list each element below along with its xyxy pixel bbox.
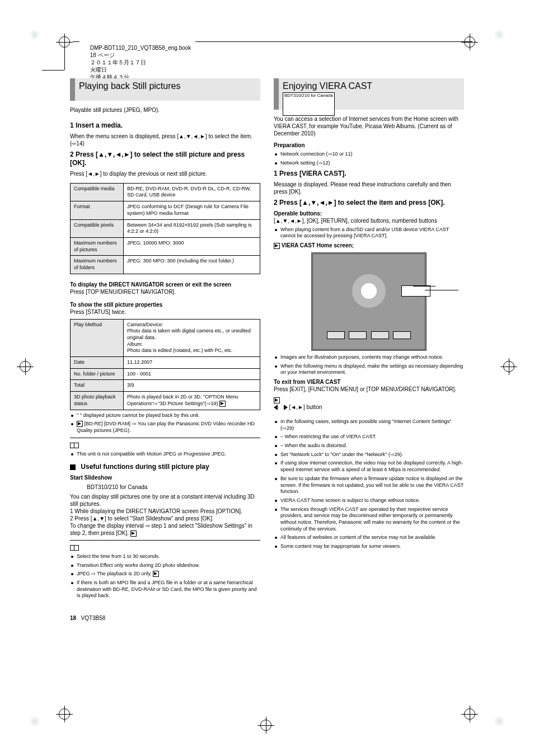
content-area: Playing back Still pictures Playable sti… [70, 78, 464, 611]
vqt-code: VQT3B58 [81, 615, 105, 621]
t2r5h: 3D photo playback status [71, 392, 124, 410]
note-icon [70, 443, 79, 448]
left-useful-s3a-text: To change the display interval ⇨ step 1 … [70, 523, 252, 536]
right-ops-note-0: When playing content from a disc/SD card… [274, 227, 464, 240]
divider [70, 540, 260, 541]
right-column: Enjoying VIERA CAST BDT310/210 for Canad… [274, 78, 464, 552]
left-status-body: Press [STATUS] twice. [70, 308, 260, 316]
right-prep-1: Network setting (⇨12) [274, 160, 464, 167]
right-section-heading: Enjoying VIERA CAST BDT310/210 for Canad… [274, 78, 464, 110]
t2r1v: Camera/Device: Photo data is taken with … [123, 319, 260, 356]
left-note2-1: Transition Effect only works during 2D p… [70, 562, 260, 569]
left-dnav-title: To display the DIRECT NAVIGATOR screen o… [70, 281, 260, 288]
t2r3h: No. folder / picture [71, 368, 124, 380]
left-section-heading: Playing back Still pictures [70, 78, 260, 101]
triangle-left-icon [274, 405, 278, 410]
triangle-right-icon [284, 405, 288, 410]
page-number: 18 [70, 615, 76, 621]
trim-v-tl [64, 48, 65, 70]
left-bullets1: " " displayed picture cannot be played b… [70, 412, 260, 434]
note-icon [70, 545, 79, 551]
crop-cross-br [461, 706, 478, 722]
note-row2 [70, 544, 260, 551]
square-icon [70, 464, 76, 470]
t2r4h: Total [71, 380, 124, 392]
right-step2: 2 Press [▲,▼,◄,►] to select the item and… [274, 199, 464, 208]
left-bullet1-1: [BD-RE] [DVD-RAM] ⇨ You can play the Pan… [70, 421, 260, 434]
t1r2v: JPEG conforming to DCF (Design rule for … [123, 201, 260, 219]
left-bullet1-0: " " displayed picture cannot be played b… [70, 412, 260, 419]
left-note2-0: Select the time from 1 to 30 seconds. [70, 553, 260, 560]
rbn-2: – When the audio is distorted. [274, 443, 464, 449]
rbn-7: The services through VIERA CAST are oper… [274, 506, 464, 533]
divider [70, 438, 260, 438]
left-notes1: This unit is not compatible with Motion … [70, 451, 260, 458]
trim-h-tl [42, 70, 64, 71]
t1r4h: Maximum numbers of pictures [71, 237, 124, 255]
left-table-properties: Play Method Camera/Device: Photo data is… [70, 319, 260, 410]
rbn-0: In the following cases, settings are pos… [274, 419, 464, 431]
right-ops-v: [▲,▼,◄,►], [OK], [RETURN], colored butto… [274, 217, 464, 224]
right-arrow-line [274, 396, 464, 403]
t2r1vB: Photo data is taken with digital camera … [127, 328, 256, 341]
left-step2-sub: Press [◄,►] to display the previous or n… [70, 170, 260, 177]
left-step2: 2 Press [▲,▼,◄,►] to select the still pi… [70, 151, 260, 168]
left-note2-2-text: JPEG ⇨ The playback is 2D only. [77, 571, 152, 576]
t2r4v: 3/9 [123, 380, 260, 392]
job-day-jp: 火曜日 [90, 67, 107, 73]
right-b1-1: When the following menu is displayed, ma… [274, 363, 464, 376]
rbn-8: All features of websites or content of t… [274, 534, 464, 541]
arrow-icon [274, 243, 280, 249]
left-useful-s1: 1 While displaying the DIRECT NAVIGATOR … [70, 508, 260, 515]
t2r1vC: Album: [127, 341, 256, 348]
t2r1h: Play Method [71, 319, 124, 356]
right-dir-caption: [◄,►] button [274, 403, 464, 411]
arrow-icon [274, 397, 280, 403]
crop-cross-mr [500, 358, 517, 375]
left-section-title: Playing back Still pictures [70, 78, 260, 92]
left-status-title: To show the still picture properties [70, 301, 260, 308]
left-table-specs: Compatible media BD-RE, DVD-RAM, DVD-R, … [70, 183, 260, 274]
right-model-tag: BDT310/210 for Canada [283, 92, 335, 116]
t2r5v: Photo is played back in 2D or 3D. "OPTIO… [123, 392, 260, 410]
right-home-h: VIERA CAST Home screen; [274, 242, 464, 249]
left-bullet1-1-text: [BD-RE] [DVD-RAM] ⇨ You can play the Pan… [77, 421, 255, 433]
t1r3v: Between 34×34 and 8192×8192 pixels (Sub … [123, 219, 260, 237]
left-useful-sub1: Start Slideshow [70, 474, 260, 481]
reg-mark-br [493, 715, 506, 728]
rbn-3: Set "Network Lock" to "On" under the "Ne… [274, 452, 464, 458]
rbn-4: If using slow Internet connection, the v… [274, 460, 464, 473]
right-exit-h: To exit from VIERA CAST [274, 378, 464, 386]
t1r2h: Format [71, 201, 124, 219]
t1r5h: Maximum numbers of folders [71, 256, 124, 274]
t1r4v: JPEG: 10000 MPO: 3000 [123, 237, 260, 255]
right-home-h-text: VIERA CAST Home screen; [282, 242, 354, 248]
right-b1-0: Images are for illustration purposes, co… [274, 354, 464, 361]
right-ops-h: Operable buttons: [274, 210, 464, 217]
job-filename: DMP-BDT110_210_VQT3B58_eng.book [90, 45, 191, 51]
job-header: DMP-BDT110_210_VQT3B58_eng.book 18 ページ ２… [73, 38, 472, 46]
arrow-icon [219, 401, 226, 407]
remote-diagram [311, 252, 427, 351]
arrow-icon [153, 571, 159, 577]
page-footer: 18 VQT3B58 [70, 614, 105, 622]
t2r2h: Date [71, 357, 124, 369]
arrow-icon [130, 530, 137, 537]
crop-cross-bc [257, 717, 274, 734]
right-step1: 1 Press [VIERA CAST]. [274, 170, 464, 179]
t2r1vA: Camera/Device: [127, 322, 256, 328]
right-ops-note: When playing content from a disc/SD card… [274, 227, 464, 240]
right-step1-sub: Message is displayed. Please read these … [274, 181, 464, 195]
t2r2v: 11.12.2007 [123, 357, 260, 369]
t2r3v: 100 - 0001 [123, 368, 260, 380]
t2r1vD: Photo data is edited (rotated, etc.) wit… [127, 348, 256, 354]
right-dir-caption-text: [◄,►] button [289, 404, 322, 410]
reg-mark-tl [28, 28, 41, 41]
rbn-1: – When restricting the use of VIERA CAST… [274, 434, 464, 440]
right-big-notes: In the following cases, settings are pos… [274, 419, 464, 550]
crop-cross-ml [17, 358, 34, 375]
right-prep-h: Preparation [274, 142, 464, 149]
left-useful-title: Useful functions during still picture pl… [70, 463, 260, 472]
t1r3h: Compatible pixels [71, 219, 124, 237]
rbn-6: VIERA CAST home screen is subject to cha… [274, 497, 464, 504]
